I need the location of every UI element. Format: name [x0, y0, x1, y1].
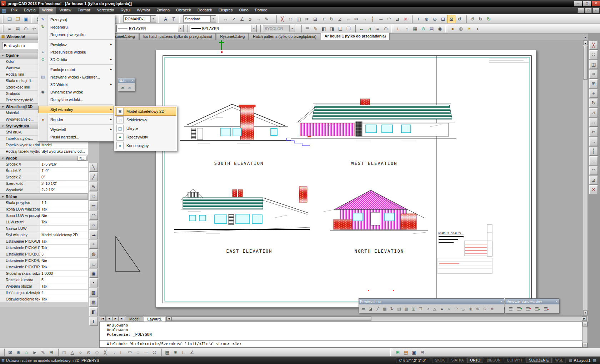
last-tab-icon[interactable]: ▶| — [119, 316, 125, 321]
circle-icon[interactable]: ○ — [89, 221, 98, 229]
etransmit-icon[interactable]: ✉ — [6, 348, 14, 357]
scroll-up-icon[interactable]: ▲ — [582, 322, 588, 327]
array-icon[interactable]: ⊞ — [589, 79, 598, 88]
close-icon[interactable]: ✕ — [555, 300, 558, 303]
restore-layer-state-icon[interactable]: ☰▼ — [515, 305, 524, 312]
measure-distance-icon[interactable]: ↔ — [357, 25, 365, 33]
doc-tab-rysunek2-dwg[interactable]: Rysunek2.dwg — [216, 33, 249, 40]
cloud-icon[interactable]: ☁ — [119, 84, 126, 90]
command-prompt[interactable]: Wielobok: Wielokrotnie/Szerokość linii/<… — [107, 342, 242, 346]
publish-web-icon[interactable]: ⌂ — [22, 348, 31, 357]
print-style-combo[interactable]: BYCOLOR▼ — [263, 25, 295, 32]
zoom-out-icon[interactable]: ⊖ — [431, 15, 439, 23]
grid-settings-icon[interactable]: ▦ — [593, 358, 596, 363]
open-icon[interactable]: ❐ — [14, 15, 22, 23]
polar-tracking-icon[interactable]: ∠ — [188, 348, 196, 357]
layer-states-manager-icon[interactable]: ☰ — [506, 305, 515, 312]
dim-edit-icon[interactable]: ✎ — [262, 15, 271, 23]
menu-widok[interactable]: Widok — [39, 7, 56, 14]
menu-item-przesunięcie-widoku[interactable]: +Przesunięcie widoku — [38, 48, 115, 56]
shadow-icon[interactable]: ◑ — [473, 25, 481, 33]
menu-item-funkcje-rzutni[interactable]: Funkcje rzutni► — [38, 66, 115, 73]
scroll-down-icon[interactable]: ▼ — [583, 310, 588, 315]
layout-indicator[interactable]: ▤ P:Layout1 — [569, 358, 590, 363]
prop-value[interactable]: 2'-2 1/2" — [40, 187, 88, 193]
ucs-icon-icon[interactable]: ∟ — [395, 25, 403, 33]
dim-linear-icon[interactable]: ↔ — [221, 15, 230, 23]
scrollbar-thumb[interactable] — [171, 317, 371, 321]
menu-item-3d-orbita[interactable]: ⊙3D Orbita► — [38, 56, 115, 63]
layer-properties-icon[interactable]: ≡ — [5, 25, 14, 33]
paper-sheet[interactable]: SOUTH ELEVATION — [155, 50, 536, 308]
new-icon[interactable]: ❏ — [5, 15, 14, 23]
mdi-restore-icon[interactable]: ❐ — [585, 8, 592, 13]
prop-value[interactable]: Nie — [40, 258, 88, 264]
2d-solid-icon[interactable]: ▭ — [360, 305, 367, 312]
menu-okno[interactable]: Okno — [236, 7, 251, 14]
polyline-icon[interactable]: ∿ — [89, 182, 98, 191]
layer-state-toolbar-titlebar[interactable]: Menedżer stanu warstwy ✕ — [505, 299, 559, 304]
next-tab-icon[interactable]: ▶ — [112, 316, 119, 321]
snap-node-icon[interactable]: ⊙ — [85, 348, 93, 357]
trim-icon[interactable]: ✂ — [589, 127, 598, 136]
prop-value[interactable]: Tak — [40, 238, 88, 244]
scrollbar-track[interactable] — [371, 317, 582, 321]
doc-tab-hatch-patterns-tylko-do-przeglądania[interactable]: Hatch patterns (tylko do przeglądania) — [249, 33, 320, 40]
combo-arrow-icon[interactable]: ▼ — [289, 25, 295, 32]
draw-order-back-icon[interactable]: ◨ — [328, 25, 336, 33]
undo-view-icon[interactable]: ↺ — [468, 15, 476, 23]
scroll-left-icon[interactable]: ◀ — [166, 317, 171, 321]
status-toggle-śledzenie[interactable]: ŚLEDZENIE — [526, 358, 552, 363]
offset-icon[interactable]: ≋ — [589, 70, 598, 79]
edge-mesh-icon[interactable]: ◫ — [410, 305, 417, 312]
menu-narzędzia[interactable]: Narzędzia — [93, 7, 118, 14]
tabulated-mesh-icon[interactable]: ▤ — [396, 305, 402, 312]
hatch-icon[interactable]: ▨ — [89, 288, 98, 297]
snap-perpendicular-icon[interactable]: ∟ — [118, 348, 126, 357]
layer-state-on-icon[interactable]: ☰▲ — [533, 305, 542, 312]
linetype-combo[interactable]: BYLAYER▼ — [116, 25, 184, 32]
menu-item-domyślne-widoki[interactable]: Domyślne widoki... — [38, 96, 115, 103]
gradient-icon[interactable]: ▩ — [89, 298, 98, 307]
add-image-icon[interactable]: ▤ — [402, 348, 410, 357]
pan-icon[interactable]: + — [414, 15, 422, 23]
cone-icon[interactable]: ▲ — [439, 305, 445, 312]
prop-value[interactable]: 0" — [40, 174, 88, 180]
combo-arrow-icon[interactable]: ▼ — [251, 25, 256, 32]
union-icon[interactable]: ⊕ — [474, 305, 481, 312]
render-icon[interactable]: ● — [449, 25, 457, 33]
measure-area-icon[interactable]: ⊿ — [365, 25, 374, 33]
status-toggle-biegun[interactable]: BIEGUN — [484, 358, 503, 363]
revolved-mesh-icon[interactable]: ↻ — [389, 305, 395, 312]
prop-value[interactable]: Model — [40, 142, 88, 148]
vba-icon[interactable]: ► — [31, 348, 39, 357]
erase-icon[interactable]: ╳ — [589, 41, 598, 50]
copy-object-icon[interactable]: ∷ — [286, 15, 295, 23]
lights-icon[interactable]: ☀ — [465, 25, 473, 33]
mtext-icon[interactable]: T — [170, 15, 178, 23]
menu-item-wyświetl[interactable]: Wyświetl► — [38, 126, 115, 133]
first-tab-icon[interactable]: |◀ — [100, 316, 106, 321]
rectangle-icon[interactable]: ▭ — [89, 201, 98, 210]
combo-arrow-icon[interactable]: ▼ — [150, 16, 156, 22]
draw-order-front-icon[interactable]: ◧ — [320, 25, 328, 33]
explode-icon[interactable]: ✕ — [589, 185, 598, 194]
menu-plik[interactable]: Plik — [8, 7, 21, 14]
script-icon[interactable]: ✎ — [39, 348, 47, 357]
doc-tab-iso-hatch-patterns-tylko-do-przeglądania[interactable]: Iso hatch patterns (tylko do przeglądani… — [139, 33, 216, 40]
make-layer-current-icon[interactable]: ⊙ — [22, 25, 30, 33]
close-icon[interactable]: ✕ — [592, 1, 600, 6]
mirror-icon[interactable]: ◫ — [589, 60, 598, 69]
zoom-previous-icon[interactable]: ↺ — [455, 15, 464, 23]
menu-item-regeneruj[interactable]: ↻Regeneruj — [38, 23, 115, 31]
menu-item-dynamiczny-widok[interactable]: ◉Dynamiczny widok — [38, 88, 115, 96]
scroll-down-icon[interactable]: ▼ — [582, 343, 588, 347]
text-style-combo[interactable]: ROMAND-1▼ — [123, 15, 156, 22]
prop-value[interactable]: 4 — [40, 290, 88, 296]
prop-section-różne[interactable]: ▾Różne — [0, 193, 88, 200]
pyramid-icon[interactable]: △ — [431, 305, 438, 312]
insert-block-icon[interactable]: ▣ — [89, 269, 98, 278]
prop-value[interactable]: Nie — [40, 213, 88, 219]
maximize-icon[interactable]: ❐ — [583, 1, 591, 6]
menu-obrazek[interactable]: Obrazek — [173, 7, 194, 14]
